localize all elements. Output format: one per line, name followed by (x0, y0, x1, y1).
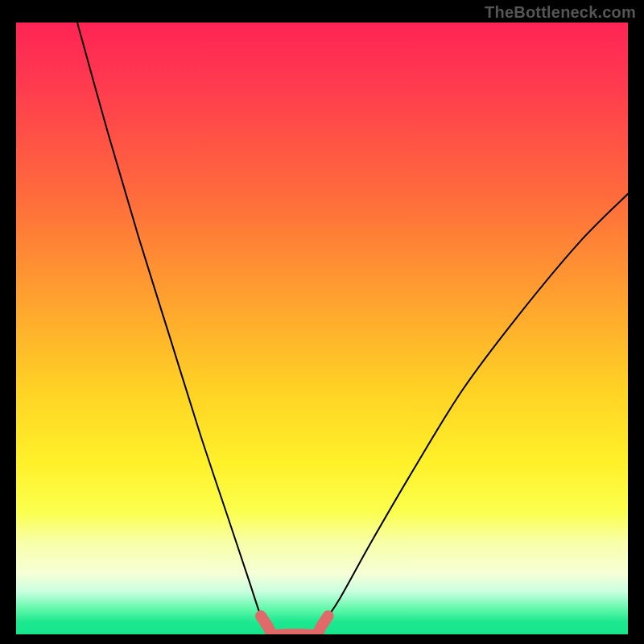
chart-svg (16, 23, 628, 634)
watermark-text: TheBottleneck.com (485, 3, 636, 22)
chart-stage: TheBottleneck.com (0, 0, 644, 644)
valley-highlight (261, 616, 328, 634)
plot-area (16, 23, 628, 634)
curve-right-branch (316, 194, 628, 634)
curve-left-branch (77, 23, 273, 634)
